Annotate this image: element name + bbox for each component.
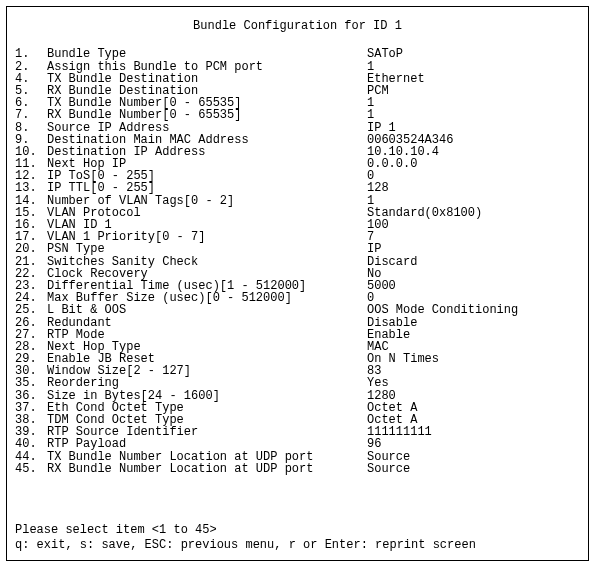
row-value: 96 — [367, 437, 580, 449]
row-number: 9. — [15, 133, 47, 145]
row-label: Reordering — [47, 376, 367, 388]
row-number: 36. — [15, 389, 47, 401]
row-value: PCM — [367, 84, 580, 96]
row-value: Yes — [367, 376, 580, 388]
row-number: 7. — [15, 108, 47, 120]
config-row[interactable]: 29.Enable JB ResetOn N Times — [15, 352, 580, 364]
config-row[interactable]: 7.RX Bundle Number[0 - 65535]1 — [15, 108, 580, 120]
row-value: IP 1 — [367, 121, 580, 133]
config-row[interactable]: 11.Next Hop IP0.0.0.0 — [15, 157, 580, 169]
config-row[interactable]: 5.RX Bundle DestinationPCM — [15, 84, 580, 96]
row-value: 00603524A346 — [367, 133, 580, 145]
row-number: 15. — [15, 206, 47, 218]
row-label: Eth Cond Octet Type — [47, 401, 367, 413]
config-row[interactable]: 12.IP ToS[0 - 255]0 — [15, 169, 580, 181]
row-value: Disable — [367, 316, 580, 328]
row-label: TX Bundle Number Location at UDP port — [47, 450, 367, 462]
row-value: 0 — [367, 291, 580, 303]
config-row[interactable]: 30.Window Size[2 - 127]83 — [15, 364, 580, 376]
row-number: 23. — [15, 279, 47, 291]
row-label: Window Size[2 - 127] — [47, 364, 367, 376]
row-label: Assign this Bundle to PCM port — [47, 60, 367, 72]
row-value: Octet A — [367, 401, 580, 413]
row-number: 11. — [15, 157, 47, 169]
config-row[interactable]: 36.Size in Bytes[24 - 1600]1280 — [15, 389, 580, 401]
row-number: 6. — [15, 96, 47, 108]
row-label: Switches Sanity Check — [47, 255, 367, 267]
row-label: TX Bundle Number[0 - 65535] — [47, 96, 367, 108]
config-row[interactable]: 44.TX Bundle Number Location at UDP port… — [15, 450, 580, 462]
row-label: PSN Type — [47, 242, 367, 254]
row-label: VLAN 1 Priority[0 - 7] — [47, 230, 367, 242]
row-value: On N Times — [367, 352, 580, 364]
config-row[interactable]: 6.TX Bundle Number[0 - 65535]1 — [15, 96, 580, 108]
config-row[interactable]: 14.Number of VLAN Tags[0 - 2]1 — [15, 194, 580, 206]
row-number: 40. — [15, 437, 47, 449]
row-number: 8. — [15, 121, 47, 133]
row-value: 1 — [367, 194, 580, 206]
row-number: 13. — [15, 181, 47, 193]
row-number: 38. — [15, 413, 47, 425]
row-label: Clock Recovery — [47, 267, 367, 279]
row-number: 28. — [15, 340, 47, 352]
row-label: TX Bundle Destination — [47, 72, 367, 84]
footer: Please select item <1 to 45> q: exit, s:… — [15, 523, 476, 552]
config-row[interactable]: 38.TDM Cond Octet TypeOctet A — [15, 413, 580, 425]
row-label: RX Bundle Destination — [47, 84, 367, 96]
row-label: RX Bundle Number Location at UDP port — [47, 462, 367, 474]
row-label: IP ToS[0 - 255] — [47, 169, 367, 181]
row-number: 5. — [15, 84, 47, 96]
row-label: Next Hop Type — [47, 340, 367, 352]
key-help: q: exit, s: save, ESC: previous menu, r … — [15, 538, 476, 552]
row-label: Enable JB Reset — [47, 352, 367, 364]
row-value: 111111111 — [367, 425, 580, 437]
config-row[interactable]: 1.Bundle TypeSAToP — [15, 47, 580, 59]
config-row[interactable]: 16.VLAN ID 1100 — [15, 218, 580, 230]
row-label: L Bit & OOS — [47, 303, 367, 315]
row-number: 45. — [15, 462, 47, 474]
config-row[interactable]: 4.TX Bundle DestinationEthernet — [15, 72, 580, 84]
config-row[interactable]: 17.VLAN 1 Priority[0 - 7]7 — [15, 230, 580, 242]
row-value: 100 — [367, 218, 580, 230]
row-value: 1 — [367, 108, 580, 120]
row-label: Destination Main MAC Address — [47, 133, 367, 145]
row-label: Number of VLAN Tags[0 - 2] — [47, 194, 367, 206]
row-number: 37. — [15, 401, 47, 413]
config-row[interactable]: 22.Clock RecoveryNo — [15, 267, 580, 279]
row-label: Max Buffer Size (usec)[0 - 512000] — [47, 291, 367, 303]
config-row[interactable]: 9.Destination Main MAC Address00603524A3… — [15, 133, 580, 145]
row-value: MAC — [367, 340, 580, 352]
row-value: 1 — [367, 60, 580, 72]
row-number: 39. — [15, 425, 47, 437]
row-label: RTP Mode — [47, 328, 367, 340]
config-row[interactable]: 45.RX Bundle Number Location at UDP port… — [15, 462, 580, 474]
config-row[interactable]: 27.RTP ModeEnable — [15, 328, 580, 340]
config-row[interactable]: 40.RTP Payload96 — [15, 437, 580, 449]
row-value: 0 — [367, 169, 580, 181]
row-value: No — [367, 267, 580, 279]
config-row[interactable]: 35.ReorderingYes — [15, 376, 580, 388]
config-row[interactable]: 10.Destination IP Address10.10.10.4 — [15, 145, 580, 157]
row-number: 16. — [15, 218, 47, 230]
config-row[interactable]: 39.RTP Source Identifier111111111 — [15, 425, 580, 437]
row-label: RTP Source Identifier — [47, 425, 367, 437]
row-number: 17. — [15, 230, 47, 242]
row-label: Source IP Address — [47, 121, 367, 133]
config-row[interactable]: 2.Assign this Bundle to PCM port1 — [15, 60, 580, 72]
config-row[interactable]: 25.L Bit & OOSOOS Mode Conditioning — [15, 303, 580, 315]
row-value: Octet A — [367, 413, 580, 425]
config-row[interactable]: 13.IP TTL[0 - 255]128 — [15, 181, 580, 193]
row-value: Source — [367, 450, 580, 462]
config-row[interactable]: 8.Source IP AddressIP 1 — [15, 121, 580, 133]
row-number: 2. — [15, 60, 47, 72]
config-row[interactable]: 28.Next Hop TypeMAC — [15, 340, 580, 352]
config-row[interactable]: 21.Switches Sanity CheckDiscard — [15, 255, 580, 267]
config-row[interactable]: 26.RedundantDisable — [15, 316, 580, 328]
config-row[interactable]: 24.Max Buffer Size (usec)[0 - 512000]0 — [15, 291, 580, 303]
row-number: 1. — [15, 47, 47, 59]
row-value: Ethernet — [367, 72, 580, 84]
config-row[interactable]: 20.PSN TypeIP — [15, 242, 580, 254]
config-row[interactable]: 15.VLAN ProtocolStandard(0x8100) — [15, 206, 580, 218]
config-row[interactable]: 37.Eth Cond Octet TypeOctet A — [15, 401, 580, 413]
config-row[interactable]: 23.Differential Time (usec)[1 - 512000]5… — [15, 279, 580, 291]
